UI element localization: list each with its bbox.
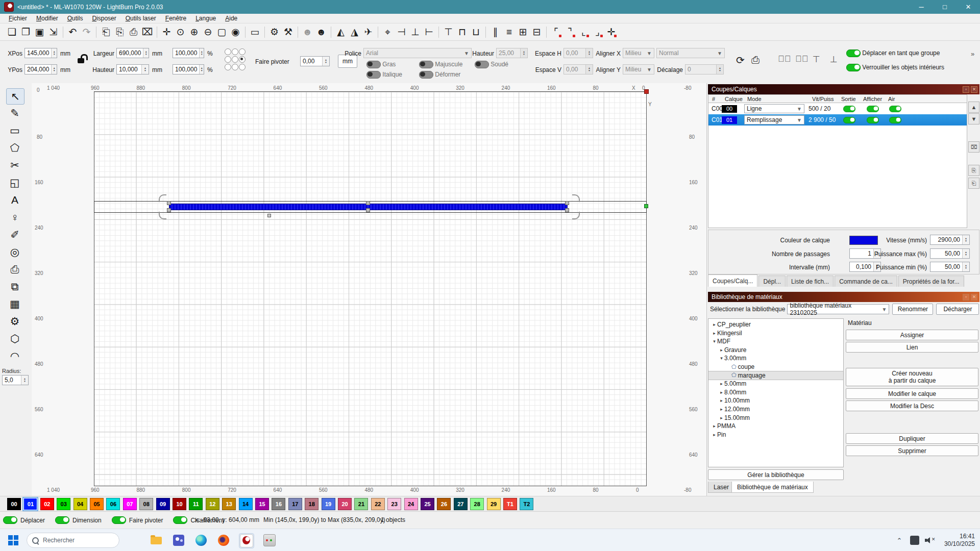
space-evenly-v-icon[interactable]: ⊟ [530, 25, 544, 39]
stamp-tool[interactable]: ⎙ [6, 262, 23, 277]
tree-item-10-00mm[interactable]: ▸10.00mm [708, 396, 843, 405]
measure-tool[interactable]: ✐ [6, 227, 23, 242]
layer-row-C01[interactable]: C0101Remplissage▼2 900 / 50 [708, 114, 967, 126]
rotate-input[interactable]: 0,00▲▼ [300, 56, 330, 66]
preview-icon[interactable]: ▭ [248, 25, 262, 39]
design-canvas[interactable]: 1 0401 040960960880880800800720720640640… [32, 83, 706, 496]
layer-copy-settings-button[interactable]: ⎘ [968, 165, 979, 176]
palette-color-22[interactable]: 22 [371, 498, 385, 510]
taskbar-clock[interactable]: 16:41 30/10/2025 [944, 533, 975, 548]
align-y-select[interactable]: Milieu▼ [623, 64, 654, 74]
text-tool[interactable]: A [6, 192, 23, 208]
position-pin-tool[interactable]: ♀ [6, 210, 23, 225]
library-close-icon[interactable]: ✕ [971, 294, 977, 300]
frame-tool[interactable]: ◱ [6, 175, 23, 190]
palette-color-28[interactable]: 28 [470, 498, 484, 510]
selection-handle-bottom-middle[interactable] [366, 208, 370, 212]
palette-color-23[interactable]: 23 [387, 498, 401, 510]
vspace-input[interactable]: 0,00▲▼ [564, 64, 593, 74]
tree-item-klingersil[interactable]: ▸Klingersil [708, 329, 843, 337]
palette-color-19[interactable]: 19 [322, 498, 335, 510]
tree-item-3-00mm[interactable]: ▾3.00mm [708, 354, 843, 362]
origin-dot-8[interactable] [239, 64, 246, 70]
assign-button[interactable]: Assigner [846, 330, 978, 340]
layer-mode-select[interactable]: Remplissage▼ [744, 115, 804, 124]
palette-color-13[interactable]: 13 [222, 498, 236, 510]
push-apart-h-icon[interactable]: ⟫⃒ [778, 54, 791, 64]
speed-input[interactable]: 2900,00▲▼ [930, 235, 970, 245]
xpos-input[interactable]: 145,000▲▼ [24, 48, 57, 58]
tree-item-15-00mm[interactable]: ▸15.00mm [708, 414, 843, 422]
origin-dot-1[interactable] [232, 48, 238, 55]
italic-toggle[interactable] [366, 71, 381, 79]
align-to-bottom-icon[interactable]: ⊥ [830, 54, 838, 65]
circle-tool[interactable]: ◎ [6, 244, 23, 260]
align-x-select[interactable]: Milieu▼ [623, 48, 654, 58]
palette-color-00[interactable]: 00 [7, 498, 21, 510]
move-laser-upper-left-icon[interactable]: ⌜ [549, 25, 563, 39]
layer-show-toggle[interactable] [867, 106, 879, 112]
paste-image-icon[interactable]: ⎗ [99, 25, 113, 39]
palette-color-20[interactable]: 20 [338, 498, 352, 510]
minimize-button[interactable]: ─ [910, 0, 933, 14]
bold-toggle[interactable] [366, 61, 381, 68]
tray-app-icon[interactable] [908, 533, 922, 547]
mirror-icon[interactable]: ◮ [348, 25, 361, 39]
draw-line-tool[interactable]: ✎ [6, 106, 23, 121]
volume-muted-icon[interactable]: ✕ [922, 533, 936, 547]
align-top-icon[interactable]: ⊤ [442, 25, 455, 39]
manage-library-button[interactable]: Gérer la bibliothèque [708, 469, 844, 480]
start-button[interactable] [6, 533, 20, 547]
menu-outils[interactable]: Outils [63, 15, 88, 22]
tab-material-library[interactable]: Bibliothèque de matériaux [731, 482, 814, 493]
workspace-grid[interactable] [94, 91, 647, 486]
hspace-input[interactable]: 0,00▲▼ [564, 48, 593, 58]
distribute-vertical-icon[interactable]: ≡ [502, 25, 516, 39]
origin-dot-3[interactable] [225, 56, 231, 63]
maximize-button[interactable]: □ [933, 0, 957, 14]
create-from-layer-button[interactable]: Créer nouveau à partir du calque [846, 368, 978, 386]
move-as-group-toggle[interactable] [846, 49, 861, 57]
move-laser-lower-left-icon[interactable]: ⌞ [577, 25, 591, 39]
redo-icon[interactable]: ↷ [80, 25, 93, 39]
layer-color-swatch[interactable] [849, 236, 878, 245]
dock-tab-liste-de-fich[interactable]: Liste de fich... [787, 276, 834, 287]
palette-color-10[interactable]: 10 [173, 498, 186, 510]
width-input[interactable]: 690,000▲▼ [116, 48, 149, 58]
palette-color-15[interactable]: 15 [255, 498, 269, 510]
radius-input[interactable]: 5,0▲▼ [2, 375, 29, 385]
teams-icon[interactable] [172, 533, 186, 547]
duplicate-tool[interactable]: ⧉ [6, 279, 23, 294]
dock-tab-d-pl[interactable]: Dépl... [758, 276, 786, 287]
camera-icon[interactable]: ◉ [229, 25, 242, 39]
delete-icon[interactable]: ⌧ [140, 25, 154, 39]
tray-expand-chevron[interactable]: ⌃ [892, 533, 906, 547]
status-toggle-faire-pivoter[interactable] [112, 516, 126, 524]
tree-item-pmma[interactable]: ▸PMMA [708, 422, 843, 430]
palette-color-04[interactable]: 04 [74, 498, 87, 510]
layer-show-toggle[interactable] [867, 117, 879, 123]
power-min-input[interactable]: 50,00▲▼ [930, 262, 970, 272]
save-icon[interactable]: ▣ [33, 25, 46, 39]
delete-material-button[interactable]: Supprimer [846, 445, 978, 456]
menu-fichier[interactable]: Fichier [4, 15, 32, 22]
menu-fen-tre[interactable]: Fenêtre [161, 15, 191, 22]
menu-aide[interactable]: Aide [220, 15, 242, 22]
width-percent-input[interactable]: 100,000▲▼ [173, 48, 204, 58]
menu-outils-laser[interactable]: Outils laser [121, 15, 161, 22]
layer-output-toggle[interactable] [843, 106, 855, 112]
frame-selection-icon[interactable]: ▢ [215, 25, 229, 39]
palette-color-26[interactable]: 26 [437, 498, 451, 510]
move-laser-center-icon[interactable]: ✛ [604, 25, 618, 39]
node-edit-tool[interactable]: ✂ [6, 158, 23, 173]
move-laser-upper-right-icon[interactable]: ⌝ [563, 25, 577, 39]
polygon-tool[interactable]: ⬠ [6, 140, 23, 156]
text-mode-select[interactable]: Normal▼ [656, 48, 725, 58]
align-bottom-icon[interactable]: ⊥ [408, 25, 422, 39]
taskbar-search[interactable]: Rechercher [27, 533, 119, 548]
selection-handle-bottom-right[interactable] [565, 208, 569, 212]
zoom-to-page-icon[interactable]: ⊙ [174, 25, 187, 39]
palette-color-01[interactable]: 01 [23, 498, 37, 510]
import-icon[interactable]: ⇲ [46, 25, 60, 39]
origin-dot-2[interactable] [239, 48, 246, 55]
